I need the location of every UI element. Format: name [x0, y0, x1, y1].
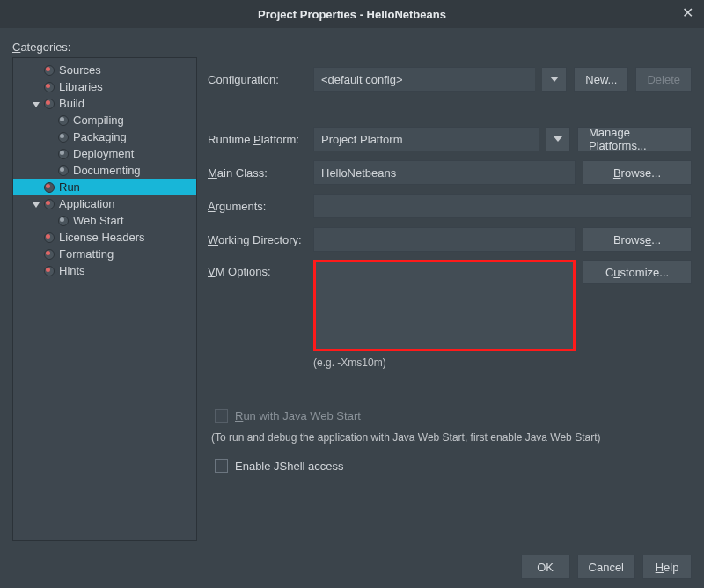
tree-item-documenting[interactable]: Documenting	[13, 162, 196, 179]
tree-item-label: Deployment	[73, 147, 134, 160]
enable-jshell-checkbox[interactable]	[215, 459, 228, 473]
ok-button[interactable]: OK	[521, 555, 570, 579]
tree-item-label: Sources	[59, 63, 101, 77]
bullet-icon	[57, 148, 70, 160]
tree-item-label: License Headers	[59, 231, 145, 244]
browse-working-dir-button[interactable]: Browse...	[583, 227, 692, 252]
tree-item-build[interactable]: Build	[13, 95, 196, 112]
tree-item-deployment[interactable]: Deployment	[13, 145, 196, 162]
tree-item-application[interactable]: Application	[13, 195, 196, 212]
svg-point-13	[60, 167, 64, 172]
title-bar: Project Properties - HelloNetbeans ✕	[0, 0, 704, 28]
runtime-platform-label: Runtime Platform:	[208, 133, 306, 146]
bullet-icon	[57, 165, 70, 177]
runtime-platform-select[interactable]: Project Platform	[313, 127, 539, 151]
tree-item-hints[interactable]: Hints	[13, 262, 196, 279]
tree-item-label: Packaging	[73, 130, 127, 143]
tree-item-label: Documenting	[73, 164, 141, 177]
vm-options-label: VM Options:	[208, 260, 306, 278]
svg-point-19	[60, 217, 64, 222]
tree-item-label: Application	[59, 197, 115, 210]
svg-point-3	[46, 84, 50, 88]
tree-item-packaging[interactable]: Packaging	[13, 129, 196, 145]
close-icon[interactable]: ✕	[679, 6, 695, 22]
configuration-value: <default config>	[321, 73, 403, 86]
run-web-start-checkbox	[215, 409, 228, 423]
bullet-icon	[43, 98, 55, 110]
bullet-icon	[57, 215, 70, 227]
tree-item-label: Libraries	[59, 80, 103, 93]
run-web-start-label: Run with Java Web Start	[235, 409, 361, 423]
tree-item-label: Formatting	[59, 247, 114, 261]
manage-platforms-button[interactable]: Manage Platforms...	[577, 127, 692, 151]
tree-item-sources[interactable]: Sources	[13, 62, 196, 78]
tree-item-label: Web Start	[73, 214, 124, 227]
arguments-input[interactable]	[313, 194, 692, 218]
svg-point-25	[46, 268, 50, 272]
tree-item-libraries[interactable]: Libraries	[13, 78, 196, 95]
working-directory-input[interactable]	[313, 227, 576, 252]
runtime-platform-value: Project Platform	[321, 133, 402, 146]
tree-item-label: Compiling	[73, 114, 124, 127]
svg-point-23	[46, 251, 50, 255]
bullet-icon	[43, 265, 55, 277]
customize-button[interactable]: Customize...	[583, 260, 692, 284]
tree-item-formatting[interactable]: Formatting	[13, 246, 196, 262]
svg-point-1	[46, 67, 50, 71]
main-class-input[interactable]: HelloNetbeans	[313, 160, 576, 185]
window-title: Project Properties - HelloNetbeans	[258, 8, 446, 21]
tree-item-compiling[interactable]: Compiling	[13, 112, 196, 129]
svg-point-9	[60, 134, 64, 138]
twisty-open-icon[interactable]	[31, 97, 41, 110]
configuration-select[interactable]: <default config>	[313, 67, 535, 92]
tree-item-run[interactable]: Run	[13, 179, 196, 195]
tree-item-web-start[interactable]: Web Start	[13, 212, 196, 229]
help-button[interactable]: Help	[642, 555, 692, 579]
categories-label: Categories:	[12, 40, 692, 54]
tree-item-label: Build	[59, 97, 84, 110]
svg-point-17	[46, 201, 50, 205]
tree-item-license-headers[interactable]: License Headers	[13, 229, 196, 246]
new-button[interactable]: New...	[574, 67, 628, 92]
working-directory-label: Working Directory:	[208, 233, 306, 246]
web-start-note: (To run and debug the application with J…	[211, 431, 692, 444]
main-class-value: HelloNetbeans	[321, 166, 396, 180]
cancel-button[interactable]: Cancel	[577, 555, 635, 579]
bullet-icon	[43, 232, 55, 244]
vm-options-input[interactable]	[313, 260, 576, 351]
svg-point-11	[60, 151, 64, 155]
svg-point-15	[46, 184, 50, 188]
tree-item-label: Hints	[59, 264, 85, 277]
bullet-icon	[57, 114, 70, 127]
enable-jshell-label: Enable JShell access	[235, 459, 344, 473]
twisty-open-icon[interactable]	[31, 197, 41, 210]
svg-point-21	[46, 234, 50, 239]
svg-point-5	[46, 100, 50, 105]
bullet-icon	[43, 198, 55, 210]
main-class-label: Main Class:	[208, 166, 306, 180]
bullet-icon	[43, 64, 55, 77]
categories-tree[interactable]: SourcesLibrariesBuildCompilingPackagingD…	[12, 57, 197, 541]
bullet-icon	[43, 81, 55, 93]
vm-options-hint: (e.g. -Xms10m)	[313, 356, 692, 369]
chevron-down-icon[interactable]	[542, 67, 567, 92]
delete-button: Delete	[635, 67, 692, 92]
tree-item-label: Run	[59, 180, 80, 194]
browse-main-class-button[interactable]: Browse...	[583, 160, 692, 185]
bullet-icon	[43, 248, 55, 261]
bullet-icon	[43, 181, 55, 194]
configuration-label: Configuration:	[208, 73, 306, 86]
arguments-label: Arguments:	[208, 200, 306, 213]
svg-point-7	[60, 117, 64, 121]
bullet-icon	[57, 131, 70, 143]
chevron-down-icon[interactable]	[546, 127, 570, 151]
